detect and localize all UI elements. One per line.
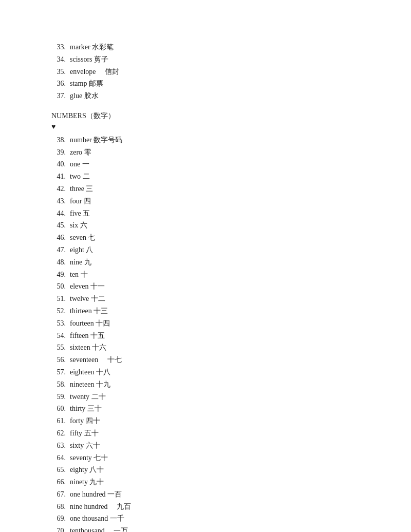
item-number: 50. [51,280,70,293]
list-item: 58.nineteen 十九 [51,378,360,391]
item-text: zero 零 [70,146,360,159]
item-number: 65. [51,464,70,476]
item-number: 58. [51,378,70,391]
item-text: thirteen 十三 [70,305,360,317]
item-number: 42. [51,183,70,195]
items-list: 33.marker 水彩笔34.scissors 剪子35.envelope 信… [51,41,360,532]
list-item: 54.fifteen 十五 [51,330,360,342]
item-number: 44. [51,207,70,220]
list-item: 62.fifty 五十 [51,427,360,440]
list-item: 37. glue 胶水 [51,90,360,102]
item-text: twenty 二十 [70,391,360,403]
item-text: nineteen 十九 [70,378,360,391]
item-number: 61. [51,415,70,427]
list-item: 64.seventy 七十 [51,452,360,464]
item-text: one hundred 一百 [70,488,360,501]
list-item: 59.twenty 二十 [51,391,360,403]
item-number: 47. [51,244,70,256]
item-text: number 数字号码 [70,134,360,146]
item-text: two 二 [70,170,360,183]
item-text: stamp 邮票 [70,78,360,90]
item-text: four 四 [70,195,360,207]
item-number: 48. [51,256,70,269]
list-item: 35.envelope 信封 [51,66,360,78]
list-item: 42.three 三 [51,183,360,195]
item-number: 57. [51,366,70,378]
list-item: 50.eleven 十一 [51,280,360,293]
item-text: tenthousand 一万 [70,525,360,532]
item-number: 60. [51,403,70,415]
item-text: eight 八 [70,244,360,256]
item-number: 70. [51,525,70,532]
item-number: 52. [51,305,70,317]
list-item: 33.marker 水彩笔 [51,41,360,53]
list-item: 61.forty 四十 [51,415,360,427]
list-item: 38.number 数字号码 [51,134,360,146]
item-text: fifty 五十 [70,427,360,440]
item-number: 59. [51,391,70,403]
list-item: 36.stamp 邮票 [51,78,360,90]
item-number: 36. [51,78,70,90]
list-item: 63.sixty 六十 [51,440,360,452]
list-item: 52.thirteen 十三 [51,305,360,317]
list-item: 56.seventeen 十七 [51,354,360,366]
item-text: eighty 八十 [70,464,360,476]
item-number: 53. [51,317,70,330]
list-item: 49.ten 十 [51,269,360,281]
item-text: fourteen 十四 [70,317,360,330]
list-item: 65.eighty 八十 [51,464,360,476]
item-text: fifteen 十五 [70,330,360,342]
list-item: 51.twelve 十二 [51,293,360,305]
item-text: five 五 [70,207,360,220]
item-number: 67. [51,488,70,501]
list-item: 43.four 四 [51,195,360,207]
item-number: 51. [51,293,70,305]
item-text: ten 十 [70,269,360,281]
item-text: nine 九 [70,256,360,269]
item-text: one thousand 一千 [70,512,360,525]
item-text: three 三 [70,183,360,195]
item-text: eighteen 十八 [70,366,360,378]
list-item: 66.ninety 九十 [51,476,360,488]
item-number: 45. [51,219,70,232]
item-text: thirty 三十 [70,403,360,415]
item-number: 64. [51,452,70,464]
item-number: 54. [51,330,70,342]
item-number: 35. [51,66,70,78]
item-text: envelope 信封 [70,66,360,78]
section-header: NUMBERS（数字） ♥ [51,111,360,133]
item-text: ninety 九十 [70,476,360,488]
item-number: 56. [51,354,70,366]
list-item: 53.fourteen 十四 [51,317,360,330]
list-item: 69.one thousand 一千 [51,512,360,525]
item-text: scissors 剪子 [70,53,360,66]
item-number: 33. [51,41,70,53]
list-item: 67.one hundred 一百 [51,488,360,501]
item-text: eleven 十一 [70,280,360,293]
item-text: nine hundred 九百 [70,501,360,513]
list-item: 55.sixteen 十六 [51,341,360,354]
item-number: 37. [51,90,70,102]
item-number: 39. [51,146,70,159]
list-item: 68.nine hundred 九百 [51,501,360,513]
item-text: seventeen 十七 [70,354,360,366]
list-item: 45.six 六 [51,219,360,232]
item-number: 34. [51,53,70,66]
list-item: 46.seven 七 [51,232,360,244]
item-number: 63. [51,440,70,452]
list-item: 40.one 一 [51,158,360,170]
item-text: six 六 [70,219,360,232]
list-item: 47.eight 八 [51,244,360,256]
item-number: 41. [51,170,70,183]
list-item: 57.eighteen 十八 [51,366,360,378]
item-text: glue 胶水 [70,90,360,102]
item-number: 62. [51,427,70,440]
item-number: 66. [51,476,70,488]
item-number: 43. [51,195,70,207]
list-item: 48.nine 九 [51,256,360,269]
list-item: 41.two 二 [51,170,360,183]
list-item: 70. tenthousand 一万 [51,525,360,532]
item-number: 38. [51,134,70,146]
item-number: 49. [51,269,70,281]
item-number: 46. [51,232,70,244]
